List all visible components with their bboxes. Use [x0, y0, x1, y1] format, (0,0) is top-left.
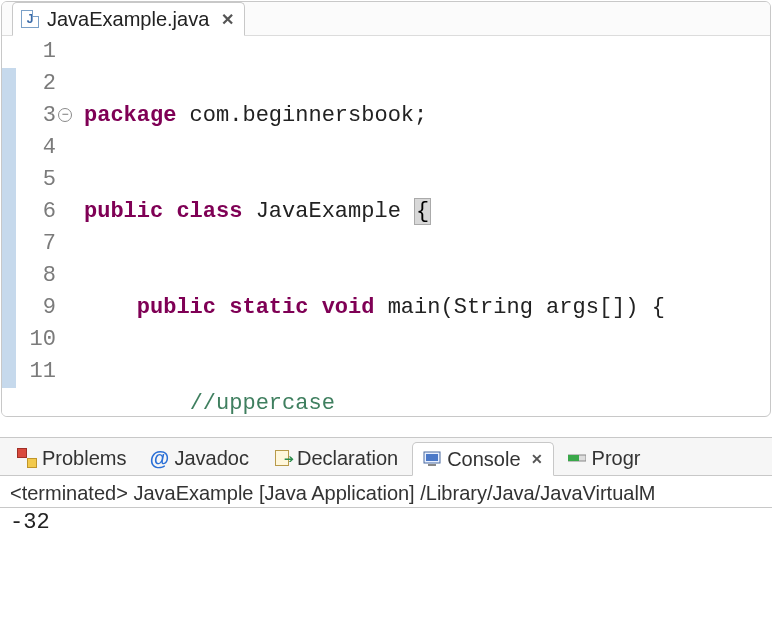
code-text[interactable]: package com.beginnersbook; public class … [62, 36, 770, 417]
javadoc-icon: @ [150, 449, 168, 467]
java-file-icon: J [21, 10, 39, 28]
marker-column [2, 36, 16, 417]
declaration-icon: ➔ [273, 449, 291, 467]
line-number: 3− [16, 100, 56, 132]
fold-collapse-icon[interactable]: − [58, 108, 72, 122]
file-tab[interactable]: J JavaExample.java ✕ [12, 2, 245, 36]
line-number: 10 [16, 324, 56, 356]
bottom-tab-bar: Problems @ Javadoc ➔ Declaration Console… [0, 438, 772, 476]
code-line: package com.beginnersbook; [84, 100, 770, 132]
code-line: public class JavaExample { [84, 196, 770, 228]
line-number: 1 [16, 36, 56, 68]
line-number: 4 [16, 132, 56, 164]
problems-icon [18, 449, 36, 467]
console-status: <terminated> JavaExample [Java Applicati… [0, 476, 772, 507]
editor-pane: J JavaExample.java ✕ 1 2 3− 4 5 6 7 [1, 1, 771, 417]
tab-label: Javadoc [174, 447, 249, 470]
tab-problems[interactable]: Problems [8, 441, 136, 475]
line-number: 8 [16, 260, 56, 292]
close-icon[interactable]: ✕ [217, 10, 234, 29]
code-line: public static void main(String args[]) { [84, 292, 770, 324]
line-number-gutter: 1 2 3− 4 5 6 7 8 9 10 11 [16, 36, 62, 417]
code-line: //uppercase [84, 388, 770, 417]
file-tab-label: JavaExample.java [47, 8, 209, 31]
tab-label: Declaration [297, 447, 398, 470]
close-icon[interactable]: ✕ [527, 451, 543, 467]
line-number: 11 [16, 356, 56, 388]
tab-label: Progr [592, 447, 641, 470]
progress-icon [568, 449, 586, 467]
svg-rect-1 [426, 454, 438, 461]
tab-javadoc[interactable]: @ Javadoc [140, 441, 259, 475]
code-area[interactable]: 1 2 3− 4 5 6 7 8 9 10 11 package com.beg… [2, 36, 770, 417]
svg-rect-2 [428, 464, 436, 466]
line-number: 6 [16, 196, 56, 228]
tab-label: Problems [42, 447, 126, 470]
svg-rect-4 [568, 455, 579, 461]
line-number: 9 [16, 292, 56, 324]
line-number: 2 [16, 68, 56, 100]
tab-console[interactable]: Console ✕ [412, 442, 553, 476]
tab-progress[interactable]: Progr [558, 441, 651, 475]
tab-label: Console [447, 448, 520, 471]
bottom-pane: Problems @ Javadoc ➔ Declaration Console… [0, 437, 772, 537]
line-number: 5 [16, 164, 56, 196]
editor-tab-bar: J JavaExample.java ✕ [2, 2, 770, 36]
line-number: 7 [16, 228, 56, 260]
tab-declaration[interactable]: ➔ Declaration [263, 441, 408, 475]
console-icon [423, 450, 441, 468]
console-output[interactable]: -32 [0, 507, 772, 537]
